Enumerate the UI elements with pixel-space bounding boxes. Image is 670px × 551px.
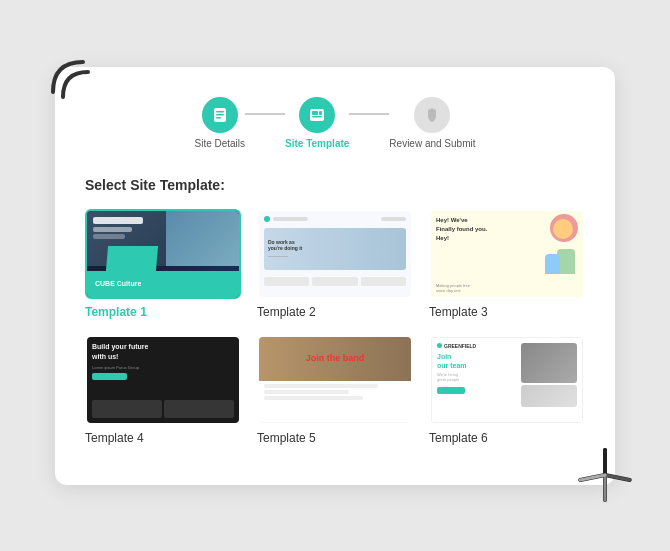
- template-item-4[interactable]: Build your futurewith us! Lorem ipsum Pu…: [85, 335, 241, 445]
- step-label-site-template: Site Template: [285, 138, 349, 149]
- template-item-6[interactable]: GREENFIELD Joinour team We're hiringgrea…: [429, 335, 585, 445]
- template-label-5: Template 5: [257, 431, 413, 445]
- svg-rect-7: [312, 116, 322, 118]
- step-site-template: Site Template: [285, 97, 349, 149]
- stepper: Site Details Site Template: [85, 97, 585, 149]
- template-label-2: Template 2: [257, 305, 413, 319]
- template-item-5[interactable]: Join the band Template 5: [257, 335, 413, 445]
- step-icon-site-details: [202, 97, 238, 133]
- loading-spinner: [570, 440, 640, 510]
- step-site-details: Site Details: [194, 97, 245, 149]
- template-label-1: Template 1: [85, 305, 241, 319]
- step-review-submit: Review and Submit: [389, 97, 475, 149]
- step-connector-2: [349, 113, 389, 115]
- svg-rect-5: [312, 111, 318, 115]
- template-thumb-4[interactable]: Build your futurewith us! Lorem ipsum Pu…: [85, 335, 241, 425]
- section-title: Select Site Template:: [85, 177, 585, 193]
- template-thumb-1[interactable]: CUBE Culture: [85, 209, 241, 299]
- step-connector-1: [245, 113, 285, 115]
- step-label-review-submit: Review and Submit: [389, 138, 475, 149]
- corner-decoration: [43, 52, 93, 106]
- template-label-4: Template 4: [85, 431, 241, 445]
- template-item-2[interactable]: Do work asyou're doing it ————— Template…: [257, 209, 413, 319]
- template-label-6: Template 6: [429, 431, 585, 445]
- svg-rect-1: [216, 111, 224, 113]
- template-thumb-3[interactable]: Hey! We'veFinally found you.Hey! Making …: [429, 209, 585, 299]
- template-item-3[interactable]: Hey! We'veFinally found you.Hey! Making …: [429, 209, 585, 319]
- template-label-3: Template 3: [429, 305, 585, 319]
- template-thumb-6[interactable]: GREENFIELD Joinour team We're hiringgrea…: [429, 335, 585, 425]
- svg-rect-3: [216, 117, 221, 119]
- template-grid: CUBE Culture Template 1 Do work asyo: [85, 209, 585, 445]
- main-card: Site Details Site Template: [55, 67, 615, 485]
- template-thumb-2[interactable]: Do work asyou're doing it —————: [257, 209, 413, 299]
- template-thumb-5[interactable]: Join the band: [257, 335, 413, 425]
- template-item-1[interactable]: CUBE Culture Template 1: [85, 209, 241, 319]
- step-label-site-details: Site Details: [194, 138, 245, 149]
- svg-rect-2: [216, 114, 224, 116]
- step-icon-site-template: [299, 97, 335, 133]
- step-icon-review-submit: [414, 97, 450, 133]
- svg-rect-6: [319, 111, 322, 115]
